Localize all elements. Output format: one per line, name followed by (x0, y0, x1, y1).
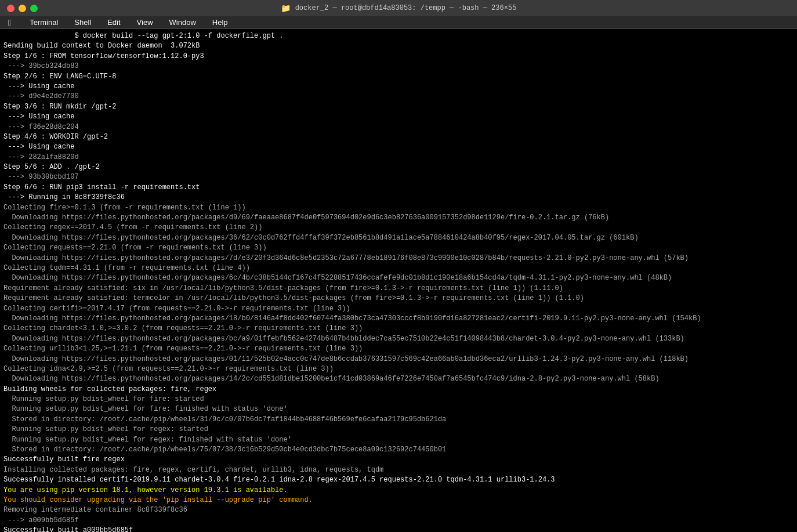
terminal-line: Collecting fire>=0.1.3 (from -r requirem… (3, 203, 794, 213)
terminal-line: Step 5/6 : ADD . /gpt-2 (3, 162, 794, 172)
terminal-line: ---> Using cache (3, 112, 794, 122)
terminal-line: Downloading https://files.pythonhosted.o… (3, 254, 794, 263)
terminal-line: You should consider upgrading via the 'p… (3, 495, 794, 505)
terminal-line: Downloading https://files.pythonhosted.o… (3, 314, 794, 324)
terminal-window: 📁 docker_2 — root@dbfd14a83053: /tempp —… (0, 0, 797, 532)
terminal-line: Building wheels for collected packages: … (3, 385, 794, 395)
terminal-line: ---> d9e4e2de7700 (3, 92, 794, 102)
terminal-content[interactable]: $ docker build --tag gpt-2:1.0 -f docker… (0, 29, 797, 532)
terminal-line: ---> Using cache (3, 82, 794, 92)
title-bar: 📁 docker_2 — root@dbfd14a83053: /tempp —… (0, 0, 797, 16)
terminal-line: Removing intermediate container 8c8f339f… (3, 505, 794, 515)
terminal-line: ---> Running in 8c8f339f8c36 (3, 193, 794, 202)
window-title: docker_2 — root@dbfd14a83053: /tempp — -… (295, 4, 517, 12)
terminal-line: Successfully built fire regex (3, 455, 794, 465)
apple-menu[interactable]:  (5, 17, 15, 28)
terminal-line: ---> f36e28d8c204 (3, 122, 794, 132)
title-bar-center: 📁 docker_2 — root@dbfd14a83053: /tempp —… (281, 3, 517, 13)
terminal-line: Step 1/6 : FROM tensorflow/tensorflow:1.… (3, 52, 794, 61)
terminal-line: Downloading https://files.pythonhosted.o… (3, 213, 794, 223)
terminal-line: Collecting urllib3<1.25,>=1.21.1 (from r… (3, 344, 794, 354)
terminal-line: Stored in directory: /root/.cache/pip/wh… (3, 445, 794, 455)
terminal-line: Running setup.py bdist_wheel for regex: … (3, 435, 794, 445)
terminal-line: You are using pip version 18.1, however … (3, 486, 794, 495)
maximize-button[interactable] (30, 5, 38, 12)
folder-icon: 📁 (281, 3, 291, 13)
terminal-line: Collecting certifi>=2017.4.17 (from requ… (3, 304, 794, 314)
edit-menu[interactable]: Edit (104, 17, 124, 28)
terminal-menu[interactable]: Terminal (26, 17, 61, 28)
terminal-line: Step 4/6 : WORKDIR /gpt-2 (3, 132, 794, 142)
terminal-line: Collecting tqdm==4.31.1 (from -r require… (3, 263, 794, 273)
terminal-line: ---> 93b30bcbd107 (3, 172, 794, 182)
terminal-line: Running setup.py bdist_wheel for regex: … (3, 425, 794, 435)
terminal-line: ---> a009bb5d685f (3, 516, 794, 526)
terminal-line: Downloading https://files.pythonhosted.o… (3, 334, 794, 344)
terminal-line: Step 6/6 : RUN pip3 install -r requireme… (3, 183, 794, 193)
terminal-line: Stored in directory: /root/.cache/pip/wh… (3, 415, 794, 425)
terminal-line: Step 2/6 : ENV LANG=C.UTF-8 (3, 72, 794, 82)
menu-bar:  Terminal Shell Edit View Window Help (0, 16, 797, 29)
terminal-line: Downloading https://files.pythonhosted.o… (3, 374, 794, 384)
terminal-line: ---> 39bcb324db83 (3, 61, 794, 71)
terminal-line: Downloading https://files.pythonhosted.o… (3, 273, 794, 283)
terminal-line: Running setup.py bdist_wheel for fire: s… (3, 395, 794, 404)
terminal-line: Downloading https://files.pythonhosted.o… (3, 233, 794, 243)
view-menu[interactable]: View (133, 17, 157, 28)
terminal-line: Collecting idna<2.9,>=2.5 (from requests… (3, 364, 794, 374)
minimize-button[interactable] (19, 5, 26, 12)
terminal-line: Installing collected packages: fire, reg… (3, 465, 794, 475)
terminal-line: Step 3/6 : RUN mkdir /gpt-2 (3, 102, 794, 112)
terminal-line: Successfully installed certifi-2019.9.11… (3, 475, 794, 485)
terminal-line: Sending build context to Docker daemon 3… (3, 41, 794, 51)
window-menu[interactable]: Window (166, 17, 200, 28)
terminal-line: ---> Using cache (3, 142, 794, 152)
terminal-line: Requirement already satisfied: six in /u… (3, 284, 794, 294)
traffic-lights (7, 5, 38, 12)
terminal-line: Downloading https://files.pythonhosted.o… (3, 354, 794, 364)
terminal-line: Requirement already satisfied: termcolor… (3, 294, 794, 303)
help-menu[interactable]: Help (209, 17, 231, 28)
shell-menu[interactable]: Shell (71, 17, 95, 28)
terminal-line: Successfully built a009bb5d685f (3, 526, 794, 532)
terminal-line: Running setup.py bdist_wheel for fire: f… (3, 404, 794, 414)
terminal-line: $ docker build --tag gpt-2:1.0 -f docker… (3, 31, 794, 41)
terminal-line: Collecting requests==2.21.0 (from -r req… (3, 243, 794, 253)
terminal-line: Collecting regex==2017.4.5 (from -r requ… (3, 223, 794, 233)
terminal-line: ---> 282alfa8820d (3, 153, 794, 162)
terminal-line: Collecting chardet<3.1.0,>=3.0.2 (from r… (3, 324, 794, 334)
close-button[interactable] (7, 5, 15, 12)
